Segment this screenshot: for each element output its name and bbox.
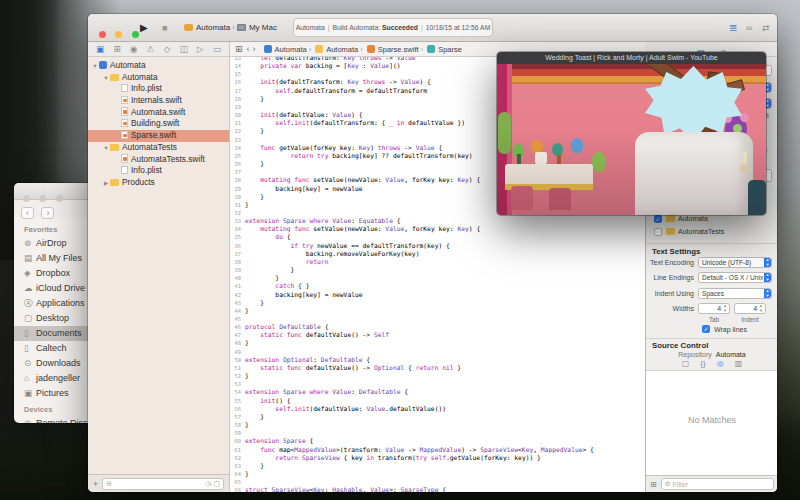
line-number: 24 bbox=[230, 145, 245, 152]
video-shading bbox=[497, 64, 766, 215]
indent-width-stepper[interactable]: 4▲▼ bbox=[734, 303, 766, 314]
file-tree-row-info-plist[interactable]: Info.plist bbox=[88, 83, 229, 95]
video-player-window[interactable]: Wedding Toast | Rick and Morty | Adult S… bbox=[497, 52, 766, 215]
line-number: 43 bbox=[230, 300, 245, 307]
desktop-icon: ▢ bbox=[24, 311, 36, 326]
file-tree-row-automatatests-swift[interactable]: AutomataTests.swift bbox=[88, 154, 229, 166]
finder-item-label: Remote Disc bbox=[36, 418, 88, 423]
file-template-library-icon[interactable]: ▢ bbox=[682, 359, 690, 368]
plist-icon bbox=[121, 166, 128, 175]
file-tree-row-automata[interactable]: ▼Automata bbox=[88, 72, 229, 84]
finder-item-label: AirDrop bbox=[36, 238, 67, 248]
issue-navigator-icon[interactable]: ⚠ bbox=[147, 42, 155, 57]
finder-minimize-button[interactable] bbox=[39, 195, 46, 202]
indent-using-row: Indent Using Spaces▲▼ bbox=[646, 288, 777, 299]
project-navigator-icon[interactable]: ▣ bbox=[96, 42, 104, 57]
find-navigator-icon[interactable]: ◉ bbox=[130, 42, 137, 57]
wrap-lines-label: Wrap lines bbox=[714, 326, 747, 333]
go-back-icon[interactable]: ‹ bbox=[247, 42, 250, 57]
code-line: 61 func map<MappedValue>(transform: Valu… bbox=[230, 446, 645, 454]
video-frame[interactable] bbox=[497, 64, 766, 215]
target-checkbox[interactable] bbox=[654, 228, 662, 236]
file-tree-row-sparse-swift[interactable]: Sparse.swift bbox=[88, 130, 229, 142]
file-tree-row-automata-swift[interactable]: Automata.swift bbox=[88, 107, 229, 119]
test-navigator-icon[interactable]: ◇ bbox=[164, 42, 171, 57]
folder-icon bbox=[110, 179, 119, 186]
version-editor-button[interactable]: ⇄ bbox=[762, 14, 770, 42]
minimize-button[interactable] bbox=[115, 31, 122, 38]
disclosure-triangle-icon[interactable]: ▼ bbox=[102, 73, 110, 85]
swift-icon bbox=[121, 131, 128, 140]
add-button[interactable]: + bbox=[93, 479, 98, 489]
file-tree-row-automatatests[interactable]: ▼AutomataTests bbox=[88, 142, 229, 154]
library-filter-field[interactable]: ⊖ Filter bbox=[661, 478, 774, 490]
code-line: 47 static func defaultValue() -> Self bbox=[230, 331, 645, 339]
file-tree-row-building-swift[interactable]: Building.swift bbox=[88, 118, 229, 130]
code-line: 51 static func defaultValue() -> Optiona… bbox=[230, 364, 645, 372]
disclosure-triangle-icon[interactable]: ▼ bbox=[91, 61, 99, 73]
code-line: 37 backing.removeValueForKey(key) bbox=[230, 250, 645, 258]
object-library-icon[interactable]: ◎ bbox=[717, 359, 724, 368]
indent-using-dropdown[interactable]: Spaces▲▼ bbox=[698, 288, 772, 299]
go-forward-icon[interactable]: › bbox=[253, 42, 256, 57]
plist-icon bbox=[121, 84, 128, 93]
breadcrumb: Automata›Automata›Sparse.swift›Sparse bbox=[262, 45, 462, 54]
standard-editor-button[interactable]: ≣ bbox=[729, 14, 737, 42]
scheme-selector[interactable]: Automata›My Mac bbox=[184, 14, 277, 42]
grid-view-icon[interactable]: ⊞ bbox=[650, 480, 657, 489]
run-button[interactable]: ▶ bbox=[140, 14, 148, 42]
breadcrumb-item[interactable]: Sparse bbox=[438, 45, 462, 54]
status-project: Automata bbox=[296, 24, 325, 31]
stop-button[interactable]: ■ bbox=[162, 14, 167, 42]
icloud-icon: ☁ bbox=[24, 281, 36, 296]
zoom-button[interactable] bbox=[132, 31, 139, 38]
finder-item-label: iCloud Drive bbox=[36, 283, 85, 293]
file-tree-row-internals-swift[interactable]: Internals.swift bbox=[88, 95, 229, 107]
line-number: 49 bbox=[230, 349, 245, 356]
navigator-filter-field[interactable]: ⊖ ◷ ▢ bbox=[102, 478, 224, 490]
debug-navigator-icon[interactable]: ◫ bbox=[180, 42, 188, 57]
breadcrumb-item[interactable]: Sparse.swift bbox=[378, 45, 419, 54]
line-endings-dropdown[interactable]: Default - OS X / Unix (LF)▲▼ bbox=[698, 272, 772, 283]
line-number: 39 bbox=[230, 267, 245, 274]
file-name: Building.swift bbox=[131, 118, 179, 128]
folder-icon bbox=[110, 74, 119, 81]
disclosure-triangle-icon[interactable]: ▶ bbox=[102, 178, 110, 190]
finder-item-label: jadengeller bbox=[36, 373, 80, 383]
tab-width-stepper[interactable]: 4▲▼ bbox=[698, 303, 730, 314]
target-checkbox[interactable]: ✓ bbox=[654, 215, 662, 223]
finder-forward-button[interactable]: › bbox=[41, 207, 54, 219]
line-number: 18 bbox=[230, 96, 245, 103]
file-tree-row-info-plist[interactable]: Info.plist bbox=[88, 165, 229, 177]
snippet-library-icon[interactable]: {} bbox=[700, 359, 705, 368]
target-label: Automata bbox=[678, 215, 708, 222]
file-name: AutomataTests bbox=[122, 142, 177, 152]
disclosure-triangle-icon[interactable]: ▼ bbox=[102, 143, 110, 155]
video-titlebar[interactable]: Wedding Toast | Rick and Morty | Adult S… bbox=[497, 52, 766, 64]
finder-back-button[interactable]: ‹ bbox=[21, 207, 34, 219]
breadcrumb-item[interactable]: Automata bbox=[275, 45, 307, 54]
text-encoding-dropdown[interactable]: Unicode (UTF-8)▲▼ bbox=[698, 257, 772, 268]
line-number: 54 bbox=[230, 389, 245, 396]
code-line: 40 } bbox=[230, 274, 645, 282]
dropbox-icon: ◈ bbox=[24, 266, 36, 281]
status-build-label: Build Automata: bbox=[333, 24, 381, 31]
wrap-lines-checkbox[interactable]: ✓ bbox=[702, 325, 710, 333]
code-line: 66struct SparseView<Key: Hashable, Value… bbox=[230, 486, 645, 492]
activity-viewer: Automata|Build Automata: Succeeded|10/18… bbox=[293, 18, 493, 37]
breadcrumb-item[interactable]: Automata bbox=[326, 45, 358, 54]
related-items-icon[interactable]: ⊞ bbox=[235, 42, 243, 57]
report-navigator-icon[interactable]: ▭ bbox=[213, 42, 221, 57]
finder-close-button[interactable] bbox=[23, 195, 30, 202]
library-segmented-bar: ▢{}◎▥ bbox=[646, 357, 777, 370]
file-tree-row-products[interactable]: ▶Products bbox=[88, 177, 229, 189]
target-icon bbox=[666, 215, 675, 222]
breakpoint-navigator-icon[interactable]: ▷ bbox=[197, 42, 204, 57]
assistant-editor-button[interactable]: ∞ bbox=[746, 14, 752, 42]
media-library-icon[interactable]: ▥ bbox=[735, 359, 743, 368]
finder-zoom-button[interactable] bbox=[56, 195, 63, 202]
close-button[interactable] bbox=[99, 31, 106, 38]
symbol-navigator-icon[interactable]: ⊞ bbox=[113, 42, 120, 57]
file-tree-row-automata[interactable]: ▼Automata bbox=[88, 60, 229, 72]
project-navigator: ▼Automata▼AutomataInfo.plistInternals.sw… bbox=[88, 57, 230, 474]
